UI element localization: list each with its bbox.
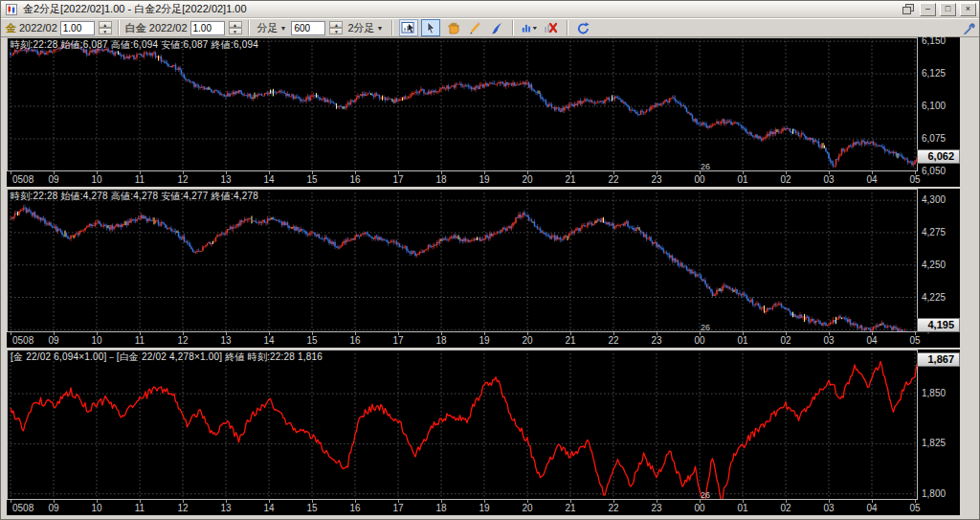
chart-type-button[interactable] xyxy=(520,19,539,36)
time-tick-label: 10 xyxy=(91,174,101,185)
time-tick-label: 01 xyxy=(737,174,747,185)
time-tick-label: 14 xyxy=(263,335,274,346)
pen-icon xyxy=(490,21,503,34)
gold-time-axis: 0508091011121314151617181920212223000102… xyxy=(7,171,960,187)
time-tick-label: 13 xyxy=(220,335,231,346)
time-tick-label: 09 xyxy=(48,335,58,346)
toolbar-separator xyxy=(512,20,514,35)
refresh-button[interactable] xyxy=(574,19,593,36)
chart-app-window: 金2分足[2022/02]1.00 - 白金2分足[2022/02]1.00 –… xyxy=(0,0,980,520)
bar-count-stepper[interactable]: ▲▼ xyxy=(329,21,343,34)
time-tick-label: 18 xyxy=(435,335,446,346)
panel-gold-candlestick: 26 時刻:22:28 始値:6,087 高値:6,094 安値:6,087 終… xyxy=(7,37,960,187)
date-marker-label: 26 xyxy=(701,490,710,500)
time-tick-label: 02 xyxy=(780,174,791,185)
delete-indicator-button[interactable] xyxy=(542,19,561,36)
time-tick-label: 23 xyxy=(651,174,661,185)
time-tick-label: 12 xyxy=(177,335,188,346)
time-tick-label: 19 xyxy=(479,335,489,346)
bar-count-input[interactable] xyxy=(291,21,325,35)
time-tick-label: 01 xyxy=(737,335,747,346)
current-price-badge: 1,867 xyxy=(917,352,960,367)
time-tick-label: 12 xyxy=(177,503,188,513)
time-tick-label: 09 xyxy=(48,174,58,185)
refresh-icon xyxy=(576,21,590,35)
panel-spread-line: 26 [金 22/02 6,094×1.00]－[白金 22/02 4,278×… xyxy=(7,350,960,515)
time-tick-label: 13 xyxy=(220,503,231,513)
time-tick-label: 12 xyxy=(177,174,188,185)
toolbar: 金 2022/02 ▲▼ 白金 2022/02 ▲▼ 分足▼ ▲▼ 2分足▼ xyxy=(1,18,979,37)
time-tick-label: 02 xyxy=(780,503,791,513)
hand-icon xyxy=(446,21,459,34)
time-tick-label: 09 xyxy=(48,503,58,513)
annotation-pen-button[interactable] xyxy=(487,19,506,36)
time-tick-label: 22 xyxy=(608,503,618,513)
title-bar[interactable]: 金2分足[2022/02]1.00 - 白金2分足[2022/02]1.00 –… xyxy=(1,1,979,18)
spread-info-readout: [金 22/02 6,094×1.00]－[白金 22/02 4,278×1.0… xyxy=(11,350,323,364)
price-tick-label: 4,250 xyxy=(922,260,946,271)
toolbar-separator xyxy=(118,20,120,35)
platinum-month-label: 2022/02 xyxy=(149,22,188,34)
price-tick-label: 4,300 xyxy=(922,194,946,206)
toolbar-separator xyxy=(248,20,250,35)
platinum-ratio-stepper[interactable]: ▲▼ xyxy=(229,21,242,34)
close-button[interactable]: × xyxy=(960,3,976,16)
time-tick-label: 03 xyxy=(823,335,834,346)
time-tick-label: 00 xyxy=(694,503,704,513)
price-tick-label: 1,850 xyxy=(922,388,946,399)
gold-ratio-input[interactable] xyxy=(60,21,95,35)
time-tick-label: 01 xyxy=(737,503,747,513)
float-window-icon[interactable] xyxy=(901,3,916,16)
time-tick-label: 04 xyxy=(866,335,877,346)
time-tick-label: 03 xyxy=(823,174,834,185)
draw-line-button[interactable] xyxy=(465,19,484,36)
time-tick-label: 02 xyxy=(780,335,791,346)
candlestick-app-icon xyxy=(4,3,19,16)
time-tick-label: 18 xyxy=(435,174,446,185)
platinum-time-axis: 0508091011121314151617181920212223000102… xyxy=(7,332,960,348)
time-tick-label: 11 xyxy=(135,174,145,185)
select-tool-button[interactable] xyxy=(421,19,440,36)
gold-plot[interactable]: 26 xyxy=(7,37,918,171)
time-tick-label: 04 xyxy=(866,174,877,185)
time-tick-label: 16 xyxy=(349,503,360,513)
minimize-button[interactable]: – xyxy=(920,3,936,16)
time-tick-label: 13 xyxy=(220,174,231,185)
time-tick-label: 17 xyxy=(392,174,403,185)
time-tick-label: 19 xyxy=(479,174,489,185)
delete-chart-icon xyxy=(544,21,558,34)
period-dropdown[interactable]: 2分足▼ xyxy=(345,20,385,35)
time-tick xyxy=(11,332,11,335)
platinum-ratio-input[interactable] xyxy=(190,21,225,35)
maximize-button[interactable]: □ xyxy=(940,3,956,16)
time-tick-label: 05 xyxy=(909,335,920,346)
settings-wrench-icon[interactable] xyxy=(963,23,976,40)
platinum-plot[interactable]: 26 xyxy=(7,189,918,332)
interval-type-dropdown[interactable]: 分足▼ xyxy=(256,20,289,35)
current-price-badge: 4,195 xyxy=(917,318,960,332)
time-tick-label: 23 xyxy=(651,503,661,513)
time-tick-label: 11 xyxy=(135,503,145,513)
time-tick-label: 03 xyxy=(823,503,834,513)
chart-cursor-icon xyxy=(401,21,415,34)
price-tick-label: 6,125 xyxy=(922,68,946,79)
time-tick-label: 14 xyxy=(263,174,274,185)
platinum-info-readout: 時刻:22:28 始値:4,278 高値:4,278 安値:4,277 終値:4… xyxy=(11,190,258,203)
time-tick-label: 15 xyxy=(306,335,317,346)
price-tick-label: 1,800 xyxy=(922,488,946,500)
time-tick-label: 22 xyxy=(608,174,618,185)
time-tick-label: 00 xyxy=(694,174,704,185)
time-tick xyxy=(11,500,11,503)
gold-ratio-stepper[interactable]: ▲▼ xyxy=(99,21,112,34)
spread-plot[interactable]: 26 xyxy=(7,350,918,500)
time-tick-label: 0508 xyxy=(12,335,33,346)
toolbar-separator xyxy=(391,20,393,35)
time-tick-label: 21 xyxy=(565,503,575,513)
chart-cursor-button[interactable] xyxy=(399,19,418,36)
time-tick-label: 16 xyxy=(349,174,360,185)
time-tick-label: 10 xyxy=(91,503,101,513)
chevron-down-icon: ▼ xyxy=(377,25,384,32)
pan-tool-button[interactable] xyxy=(443,19,462,36)
time-tick-label: 05 xyxy=(909,503,920,513)
time-tick-label: 15 xyxy=(306,174,317,185)
